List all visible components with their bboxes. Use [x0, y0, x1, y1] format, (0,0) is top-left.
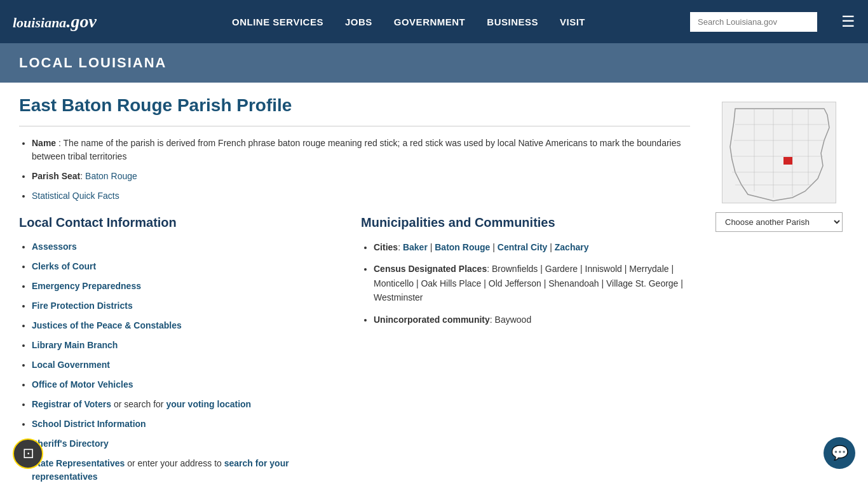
local-contact-col: Local Contact Information Assessors Cler…	[19, 215, 348, 488]
search-wrap	[690, 12, 817, 32]
chat-button[interactable]: 💬	[824, 437, 855, 469]
nav-government[interactable]: GOVERNMENT	[386, 11, 473, 32]
municipalities-col: Municipalities and Communities Cities: B…	[361, 215, 690, 488]
state-reps-suffix: or enter your address to	[127, 458, 224, 468]
fire-link[interactable]: Fire Protection Districts	[32, 301, 133, 311]
list-item: Justices of the Peace & Constables	[32, 319, 348, 332]
local-gov-link[interactable]: Local Government	[32, 360, 110, 370]
stats-fact: Statistical Quick Facts	[32, 189, 690, 203]
nav-visit[interactable]: VISIT	[552, 11, 593, 32]
nav-online-services[interactable]: ONLINE SERVICES	[224, 11, 331, 32]
list-item: Office of Motor Vehicles	[32, 378, 348, 391]
list-item: Library Main Branch	[32, 339, 348, 352]
list-item: Assessors	[32, 240, 348, 254]
nav-jobs[interactable]: JOBS	[337, 11, 380, 32]
unincorp-label: Unincorporated community	[374, 315, 490, 325]
municipalities-heading: Municipalities and Communities	[361, 215, 690, 230]
cities-label: Cities	[374, 242, 398, 252]
hamburger-icon[interactable]: ☰	[841, 13, 855, 30]
assessors-link[interactable]: Assessors	[32, 241, 77, 252]
seat-label: Parish Seat	[32, 171, 80, 181]
cities-item: Cities: Baker | Baton Rouge | Central Ci…	[374, 240, 690, 254]
baton-rouge-link[interactable]: Baton Rouge	[435, 242, 490, 252]
omv-link[interactable]: Office of Motor Vehicles	[32, 379, 133, 390]
map-svg	[722, 102, 836, 203]
local-contact-list: Assessors Clerks of Court Emergency Prep…	[19, 240, 348, 484]
parish-facts: Name : The name of the parish is derived…	[19, 137, 690, 203]
divider	[19, 126, 690, 126]
seat-link[interactable]: Baton Rouge	[85, 171, 137, 181]
seat-fact: Parish Seat: Baton Rouge	[32, 170, 690, 183]
central-city-link[interactable]: Central City	[498, 242, 548, 252]
registrar-link[interactable]: Registrar of Voters	[32, 399, 111, 409]
library-link[interactable]: Library Main Branch	[32, 340, 118, 350]
unincorp-item: Unincorporated community: Baywood	[374, 313, 690, 327]
list-item: Clerks of Court	[32, 260, 348, 273]
page-title: LOCAL LOUISIANA	[19, 55, 849, 71]
svg-rect-10	[783, 157, 792, 165]
emergency-link[interactable]: Emergency Preparedness	[32, 281, 141, 291]
list-item: Local Government	[32, 358, 348, 372]
cdp-item: Census Designated Places: Brownfields | …	[374, 262, 690, 304]
baker-link[interactable]: Baker	[403, 242, 428, 252]
justices-link[interactable]: Justices of the Peace & Constables	[32, 320, 182, 330]
list-item: Registrar of Voters or search for your v…	[32, 398, 348, 411]
content-left: East Baton Rouge Parish Profile Name : T…	[19, 95, 690, 488]
parish-title: East Baton Rouge Parish Profile	[19, 95, 690, 116]
clerks-link[interactable]: Clerks of Court	[32, 261, 96, 271]
cdp-label: Census Designated Places	[374, 264, 487, 274]
name-text: : The name of the parish is derived from…	[32, 138, 681, 161]
accessibility-button[interactable]: ⚀	[13, 438, 43, 469]
main-nav: ONLINE SERVICES JOBS GOVERNMENT BUSINESS…	[146, 11, 671, 32]
local-contact-heading: Local Contact Information	[19, 215, 348, 230]
header: louisiana.gov ONLINE SERVICES JOBS GOVER…	[0, 0, 868, 43]
name-fact: Name : The name of the parish is derived…	[32, 137, 690, 163]
list-item: Sheriff's Directory	[32, 437, 348, 451]
name-label: Name	[32, 138, 56, 148]
site-logo[interactable]: louisiana.gov	[13, 11, 127, 32]
list-item: Fire Protection Districts	[32, 299, 348, 313]
list-item: School District Information	[32, 417, 348, 431]
page-title-bar: LOCAL LOUISIANA	[0, 43, 868, 83]
parish-selector[interactable]: Choose another Parish Acadia Allen Ascen…	[715, 212, 843, 232]
unincorp-value: Baywood	[495, 315, 532, 325]
sheriff-link[interactable]: Sheriff's Directory	[32, 438, 109, 449]
svg-rect-0	[722, 102, 836, 203]
list-item: State Representatives or enter your addr…	[32, 457, 348, 484]
content-right: Choose another Parish Acadia Allen Ascen…	[709, 95, 849, 488]
school-link[interactable]: School District Information	[32, 419, 146, 429]
search-input[interactable]	[690, 12, 817, 32]
main-content: East Baton Rouge Parish Profile Name : T…	[0, 83, 868, 488]
nav-business[interactable]: BUSINESS	[479, 11, 546, 32]
zachary-link[interactable]: Zachary	[555, 242, 589, 252]
louisiana-map	[722, 102, 836, 203]
registrar-suffix: or search for	[114, 399, 166, 409]
municipalities-list: Cities: Baker | Baton Rouge | Central Ci…	[361, 240, 690, 327]
voting-location-link[interactable]: your voting location	[166, 399, 251, 409]
list-item: Emergency Preparedness	[32, 280, 348, 293]
stats-link[interactable]: Statistical Quick Facts	[32, 191, 119, 201]
two-col-section: Local Contact Information Assessors Cler…	[19, 215, 690, 488]
state-reps-link[interactable]: State Representatives	[32, 458, 125, 468]
